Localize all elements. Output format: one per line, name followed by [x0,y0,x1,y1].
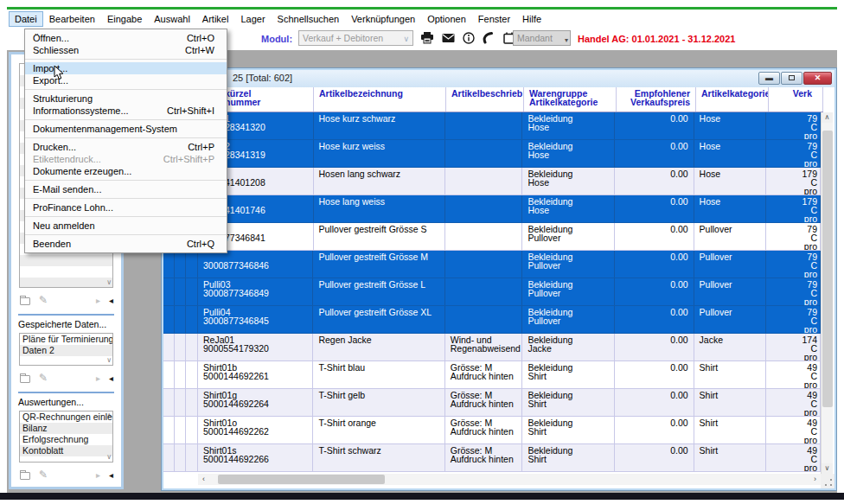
vscroll-thumb[interactable] [822,131,833,407]
folder-icon[interactable] [20,375,30,383]
menu-item-ffnen[interactable]: Öffnen...Ctrl+O [25,32,227,44]
window-titlebar[interactable]: 25 [Total: 602] ▬ ✕ [163,70,834,87]
taskbar-edge [0,493,844,500]
minimize-button[interactable]: ▬ [758,72,780,85]
menu-item-emailsenden[interactable]: E-Mail senden... [25,183,227,195]
modul-value: Verkauf + Debitoren [303,33,383,43]
table-cell: BekleidungShirt [522,417,615,443]
reports-list[interactable]: ∧ QR-Rechnungen einlesenBilanzErfolgsrec… [19,411,113,463]
menu-item-etikettendruck[interactable]: Etikettendruck...Ctrl+Shift+P [25,153,227,165]
table-row[interactable]: 77346841Pullover gestreift Grösse SBekle… [163,223,821,251]
table-cell: Grösse: MAufdruck hinten [445,389,523,416]
table-row[interactable]: Shirt01s5000144692266T-Shirt schwarzGrös… [163,444,821,472]
header-text: Verk [774,89,812,98]
cell-text: 3000877346846 [203,261,307,270]
header-cell[interactable]: WarengruppeArtikelkategorie [524,87,617,112]
edit-pencil-icon[interactable]: ✎ [39,294,48,306]
menubar-item-eingabe[interactable]: Eingabe [101,11,148,27]
menu-item-neuanmelden[interactable]: Neu anmelden [25,220,227,232]
expand-right-icon[interactable]: ▸ [96,373,100,383]
modul-select[interactable]: Verkauf + Debitoren ∨ [298,30,413,46]
scroll-up-icon[interactable]: ∧ [822,112,833,123]
cell-text [451,261,517,270]
table-row[interactable]: Shirt01o5000144692262T-Shirt orangeGröss… [163,417,821,444]
menubar-item-hilfe[interactable]: Hilfe [516,11,547,27]
menubar-item-auswahl[interactable]: Auswahl [148,11,196,27]
table-cell: Shirt01s5000144692266 [198,444,313,471]
table-row[interactable]: ReJa019000554179320Regen JackeWind- undR… [163,334,821,361]
table-row[interactable]: 128341320Hose kurz schwarzBekleidungHose… [163,112,821,140]
collapse-left-icon[interactable]: ◂ [109,373,113,383]
table-row[interactable]: 3000877346846Pullover gestreift Grösse M… [163,251,821,278]
mail-icon[interactable] [442,33,455,43]
printer-icon[interactable] [420,31,434,44]
cell-text [451,123,517,131]
table-row[interactable]: 41401746Hose lang weissBekleidungHose0.0… [163,195,821,223]
collapse-left-icon[interactable]: ◂ [109,296,113,305]
table-row[interactable]: 228341319Hose kurz weissBekleidungHose0.… [163,140,821,168]
expand-right-icon[interactable]: ▸ [96,296,100,305]
vertical-scrollbar[interactable]: ∧ ∨ [821,112,833,474]
close-button[interactable]: ✕ [803,72,832,85]
window-buttons: ▬ ✕ [758,72,832,85]
edit-pencil-icon[interactable]: ✎ [39,372,48,384]
table-row[interactable]: Pulli043000877346845Pullover gestreift G… [163,306,821,334]
scroll-right-icon[interactable]: › [809,474,821,485]
menubar-item-artikel[interactable]: Artikel [196,11,235,27]
mandant-select[interactable]: Mandant ▾ [513,30,571,46]
menubar-item-verknüpfungen[interactable]: Verknüpfungen [345,11,421,27]
table-row[interactable]: Shirt01g5000144692264T-Shirt gelbGrösse:… [163,389,821,417]
menu-item-dokumenteerzeugen[interactable]: Dokumente erzeugen... [25,165,227,177]
scroll-down-icon[interactable]: ∨ [106,279,112,286]
header-cell[interactable]: Verk [769,87,823,112]
collapse-left-icon[interactable]: ◂ [109,470,113,480]
list-item[interactable]: Pläne für Terminierung [20,334,112,345]
saved-data-list[interactable]: Pläne für TerminierungDaten 2∨ [19,333,113,366]
scroll-down-icon[interactable]: ∨ [106,454,112,461]
header-cell[interactable]: Artikelkategorie [696,87,769,112]
menubar-item-bearbeiten[interactable]: Bearbeiten [43,11,101,27]
menubar-item-datei[interactable]: Datei [9,11,43,27]
header-cell[interactable]: Artikelbezeichnung [314,87,446,112]
table-row[interactable]: Pulli033000877346849Pullover gestreift G… [163,278,821,306]
menu-item-drucken[interactable]: Drucken...Ctrl+P [25,141,227,153]
hscroll-thumb[interactable] [218,475,385,484]
menu-item-strukturierung[interactable]: Strukturierung [25,93,227,105]
menu-item-informationssysteme[interactable]: Informationssysteme...Ctrl+Shift+I [25,105,227,117]
table-row[interactable]: 41401208Hosen lang schwarzBekleidungHose… [163,168,821,195]
menu-item-schliessen[interactable]: SchliessenCtrl+W [25,44,227,56]
cell-text: Pullover gestreift Grösse S [319,225,439,233]
maximize-button[interactable] [781,72,802,85]
edit-pencil-icon[interactable]: ✎ [39,469,48,481]
table-row[interactable]: Shirt01b5000144692261T-Shirt blauGrösse:… [163,361,821,389]
list-item[interactable]: Kontoblatt [20,445,112,456]
cell-text: Shirt [528,372,609,380]
menubar-item-optionen[interactable]: Optionen [421,11,472,27]
scroll-left-icon[interactable]: ‹ [198,474,209,485]
list-item[interactable]: Erfolgsrechnung [20,434,112,445]
phone-icon[interactable] [483,32,496,44]
folder-icon[interactable] [20,297,30,305]
resize-grip-icon[interactable] [824,478,833,487]
header-cell[interactable]: EmpfohlenerVerkaufspreis [617,87,696,112]
list-item[interactable]: QR-Rechnungen einlesen [20,411,112,423]
header-text: Artikelkategorie [701,89,763,98]
menubar-item-fenster[interactable]: Fenster [472,11,516,27]
list-item[interactable]: Bilanz [20,423,112,434]
list-item[interactable]: Daten 2 [20,345,112,356]
menu-item-dokumentenmanagementsystem[interactable]: Dokumentenmanagement-System [25,123,227,135]
expand-right-icon[interactable]: ▸ [96,470,100,480]
table-cell: Wind- undRegenabweisend [445,334,523,360]
header-cell[interactable]: Artikelbeschrieb [446,87,524,112]
horizontal-scrollbar[interactable]: ‹ › [163,474,821,485]
cell-text: Hosen lang schwarz [319,169,439,178]
menubar-item-schnellsuchen[interactable]: Schnellsuchen [272,11,346,27]
folder-icon[interactable] [20,472,30,480]
menu-item-beenden[interactable]: BeendenCtrl+Q [25,238,227,250]
menu-item-profinancelohn[interactable]: ProFinance Lohn... [25,201,227,214]
info-icon[interactable] [463,32,475,44]
scroll-down-icon[interactable]: ∨ [822,463,833,474]
table-cell [445,251,523,278]
menubar-item-lager[interactable]: Lager [234,11,271,27]
scroll-down-icon[interactable]: ∨ [106,357,112,364]
